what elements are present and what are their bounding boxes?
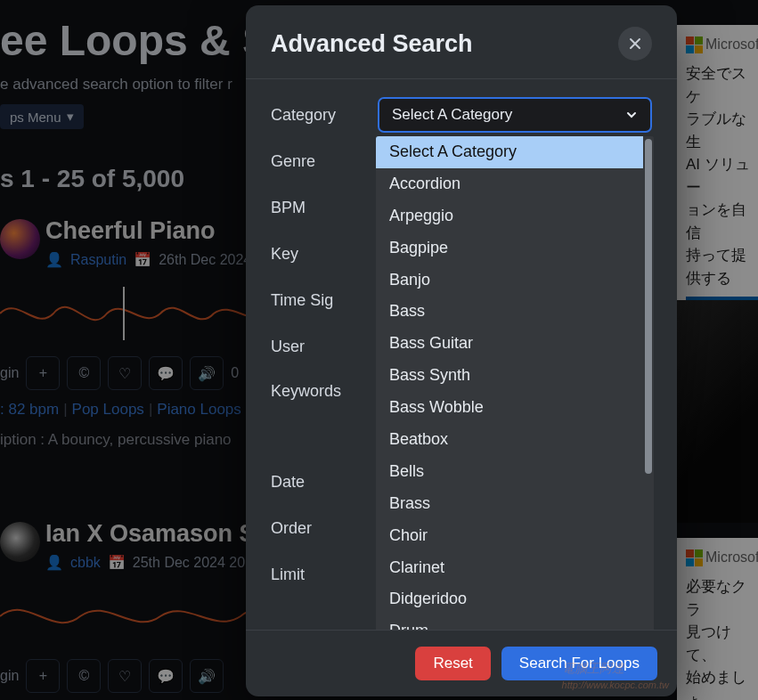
close-icon — [628, 37, 642, 51]
dropdown-option[interactable]: Choir — [376, 520, 643, 552]
scrollbar-track[interactable] — [643, 136, 654, 631]
dropdown-option[interactable]: Bass Guitar — [376, 328, 643, 360]
modal-footer: Reset Search For Loops — [246, 631, 677, 696]
category-select[interactable]: Select A Category — [378, 97, 652, 133]
dropdown-option[interactable]: Bagpipe — [376, 232, 643, 265]
field-label: Category — [271, 106, 378, 125]
dropdown-option[interactable]: Banjo — [376, 265, 643, 297]
dropdown-list[interactable]: Select A CategoryAccordionArpeggioBagpip… — [376, 136, 643, 631]
field-label: Genre — [271, 152, 378, 171]
reset-button[interactable]: Reset — [415, 647, 490, 680]
close-button[interactable] — [618, 27, 652, 61]
dropdown-option[interactable]: Drum — [376, 615, 643, 631]
dropdown-option[interactable]: Accordion — [376, 168, 643, 200]
field-label: Keywords — [271, 382, 378, 401]
dropdown-option[interactable]: Clarinet — [376, 552, 643, 584]
field-label: Key — [271, 245, 378, 264]
modal-header: Advanced Search — [246, 5, 677, 78]
dropdown-option[interactable]: Bass Wobble — [376, 392, 643, 424]
advanced-search-modal: Advanced Search Category Select A Catego… — [246, 5, 677, 696]
field-label: Time Sig — [271, 291, 378, 310]
chevron-down-icon — [625, 109, 638, 121]
modal-body: Category Select A Category Genre BPM Key… — [246, 78, 677, 631]
dropdown-option[interactable]: Brass — [376, 488, 643, 520]
dropdown-option[interactable]: Didgeridoo — [376, 583, 643, 615]
field-label: Order — [271, 519, 378, 538]
field-label: User — [271, 338, 378, 356]
dropdown-option[interactable]: Bass Synth — [376, 360, 643, 392]
search-button[interactable]: Search For Loops — [501, 647, 657, 680]
dropdown-option[interactable]: Select A Category — [376, 136, 643, 168]
field-label: Limit — [271, 566, 378, 584]
category-dropdown: Select A CategoryAccordionArpeggioBagpip… — [376, 136, 654, 631]
field-label: Date — [271, 473, 378, 492]
modal-title: Advanced Search — [271, 30, 473, 58]
dropdown-option[interactable]: Bass — [376, 296, 643, 328]
dropdown-option[interactable]: Bells — [376, 456, 643, 488]
dropdown-option[interactable]: Arpeggio — [376, 200, 643, 232]
dropdown-option[interactable]: Beatbox — [376, 424, 643, 456]
field-label: BPM — [271, 199, 378, 217]
scrollbar-thumb[interactable] — [645, 139, 652, 474]
field-row-category: Category Select A Category — [271, 92, 652, 138]
category-select-value: Select A Category — [392, 106, 512, 124]
